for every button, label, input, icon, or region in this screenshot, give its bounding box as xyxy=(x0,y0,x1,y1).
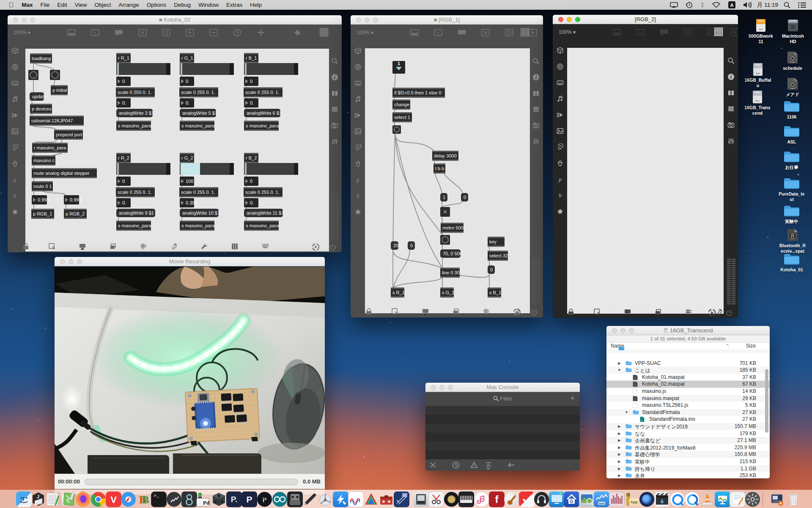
svg-text:A: A xyxy=(730,3,733,8)
svg-text:G: G xyxy=(570,499,573,504)
svg-text:p: p xyxy=(356,177,359,183)
svg-text:∞: ∞ xyxy=(641,419,642,421)
svg-text:SCRIPT: SCRIPT xyxy=(790,88,796,90)
svg-text:b: b xyxy=(357,193,359,199)
svg-text:App: App xyxy=(630,500,638,504)
svg-text:m: m xyxy=(94,31,96,35)
svg-text:m: m xyxy=(437,31,439,35)
svg-text:J: J xyxy=(37,494,39,499)
svg-text:p: p xyxy=(558,176,562,182)
svg-text:p: p xyxy=(13,177,16,183)
svg-text:b: b xyxy=(14,193,16,199)
svg-text:m: m xyxy=(639,30,642,34)
svg-text:Pd: Pd xyxy=(203,500,210,506)
svg-text:SCRIPT: SCRIPT xyxy=(790,62,796,64)
svg-text:b: b xyxy=(559,192,562,199)
svg-text:intel: intel xyxy=(599,502,605,505)
svg-text:B: B xyxy=(142,494,149,506)
